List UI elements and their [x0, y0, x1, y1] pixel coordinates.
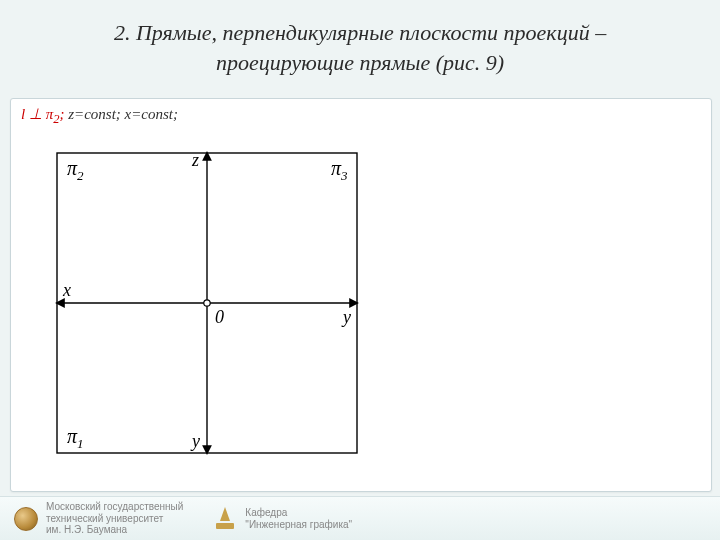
label-y-right: y: [341, 307, 351, 327]
label-pi2: π2: [67, 157, 84, 183]
dept-line2: "Инженерная графика": [245, 519, 352, 531]
projection-diagram: z x y y 0 π2 π3 π1: [37, 133, 377, 473]
label-pi3: π3: [331, 157, 348, 183]
panel-caption: l ⊥ π2; z=const; x=const;: [21, 105, 178, 127]
slide: 2. Прямые, перпендикулярные плоскости пр…: [0, 0, 720, 540]
dept-line1: Кафедра: [245, 507, 352, 519]
slide-title: 2. Прямые, перпендикулярные плоскости пр…: [40, 18, 680, 77]
label-x: x: [62, 280, 71, 300]
label-z: z: [191, 150, 199, 170]
label-pi1: π1: [67, 425, 84, 451]
label-origin: 0: [215, 307, 224, 327]
title-line-1: 2. Прямые, перпендикулярные плоскости пр…: [114, 20, 606, 45]
slide-footer: Московский государственный технический у…: [0, 496, 720, 540]
label-y-down: y: [190, 431, 200, 451]
department-text: Кафедра "Инженерная графика": [245, 507, 352, 530]
university-text: Московский государственный технический у…: [46, 501, 183, 536]
svg-point-3: [204, 300, 210, 306]
caption-black: z=const; x=const;: [68, 106, 178, 122]
uni-line1: Московский государственный: [46, 501, 183, 513]
content-panel: l ⊥ π2; z=const; x=const; z x y y 0: [10, 98, 712, 492]
caption-red-suffix: ;: [59, 106, 64, 122]
department-logo-icon: [213, 507, 237, 531]
uni-line2: технический университет: [46, 513, 183, 525]
title-line-2: проецирующие прямые (рис. 9): [216, 50, 504, 75]
caption-red: l ⊥ π2;: [21, 106, 68, 122]
slide-header: 2. Прямые, перпендикулярные плоскости пр…: [0, 0, 720, 85]
footer-university: Московский государственный технический у…: [14, 501, 183, 536]
caption-red-prefix: l ⊥ π: [21, 106, 53, 122]
university-logo-icon: [14, 507, 38, 531]
uni-line3: им. Н.Э. Баумана: [46, 524, 183, 536]
footer-department: Кафедра "Инженерная графика": [213, 507, 352, 531]
